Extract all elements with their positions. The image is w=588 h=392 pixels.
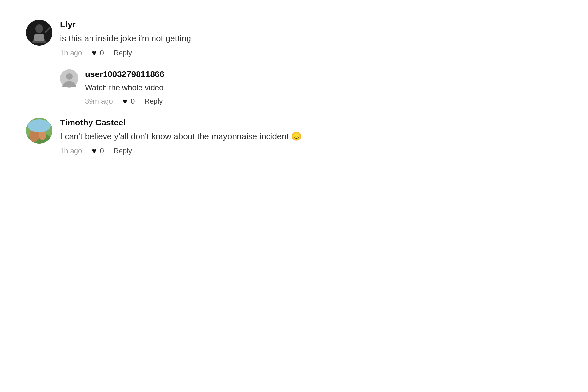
svg-point-4 (66, 73, 73, 80)
comment-llyr-time: 1h ago (60, 49, 82, 57)
comment-timothy-username: Timothy Casteel (60, 118, 302, 128)
comment-llyr-username: Llyr (60, 20, 191, 30)
comment-llyr-likes[interactable]: ♥ 0 (92, 48, 104, 57)
avatar-timothy (26, 118, 52, 144)
comment-timothy-text: I can't believe y'all don't know about t… (60, 130, 302, 142)
reply-user-likes-count: 0 (131, 97, 135, 106)
comment-timothy-time: 1h ago (60, 147, 82, 155)
svg-rect-2 (34, 34, 44, 41)
comment-timothy-likes[interactable]: ♥ 0 (92, 146, 104, 155)
svg-point-9 (28, 119, 51, 132)
comment-timothy-body: Timothy Casteel I can't believe y'all do… (60, 118, 302, 155)
comment-llyr-text: is this an inside joke i'm not getting (60, 32, 191, 44)
reply-user-username: user1003279811866 (85, 69, 164, 79)
avatar-llyr (26, 20, 52, 46)
reply-user-text: Watch the whole video (85, 82, 164, 93)
comment-llyr-reply-button[interactable]: Reply (114, 49, 132, 57)
heart-icon-llyr: ♥ (92, 48, 96, 57)
avatar-user (60, 69, 78, 88)
heart-icon-user: ♥ (123, 97, 127, 106)
heart-icon-timothy: ♥ (92, 146, 96, 155)
reply-user-reply-button[interactable]: Reply (144, 97, 163, 106)
comment-llyr-meta: 1h ago ♥ 0 Reply (60, 48, 191, 57)
comment-timothy-meta: 1h ago ♥ 0 Reply (60, 146, 302, 155)
comment-llyr: Llyr is this an inside joke i'm not gett… (26, 20, 320, 57)
comment-timothy-reply-button[interactable]: Reply (114, 147, 132, 155)
comments-list: Llyr is this an inside joke i'm not gett… (26, 20, 320, 155)
reply-user-body: user1003279811866 Watch the whole video … (85, 69, 164, 106)
reply-user-time: 39m ago (85, 97, 113, 106)
comment-llyr-likes-count: 0 (100, 49, 104, 57)
reply-user: user1003279811866 Watch the whole video … (60, 69, 320, 106)
reply-user-meta: 39m ago ♥ 0 Reply (85, 97, 164, 106)
comment-timothy: Timothy Casteel I can't believe y'all do… (26, 118, 320, 155)
svg-point-1 (35, 24, 43, 33)
reply-user-likes[interactable]: ♥ 0 (123, 97, 135, 106)
comment-timothy-likes-count: 0 (100, 147, 104, 155)
comment-llyr-body: Llyr is this an inside joke i'm not gett… (60, 20, 191, 57)
